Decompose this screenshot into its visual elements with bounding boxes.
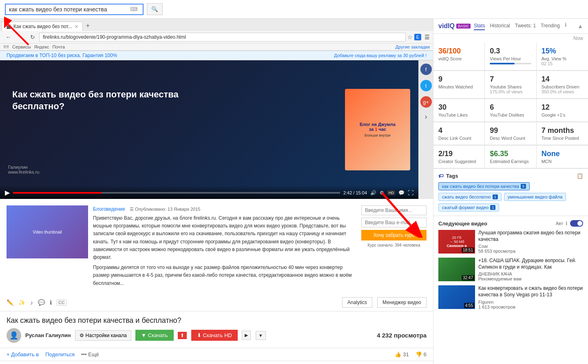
google-plus-share-button[interactable]: g+	[420, 96, 432, 108]
edit-icon[interactable]: ✏️	[7, 299, 13, 306]
autoplay-info-icon[interactable]: ℹ	[566, 221, 568, 226]
social-expand-button[interactable]: ›	[425, 113, 427, 121]
vidiq-nav-historical[interactable]: Historical	[490, 22, 510, 30]
settings-button[interactable]: ⚙	[380, 190, 384, 196]
comment-icon[interactable]: 💬	[38, 299, 45, 306]
next-video-thumb-text-1: 20 Гб→ 50 МбСжимаем в	[447, 236, 467, 248]
add-to-playlist-button[interactable]: + Добавить в	[7, 351, 39, 357]
bookmark-services[interactable]: Сервисы	[12, 44, 31, 49]
video-player[interactable]: Как сжать видео без потери качества бесп…	[0, 60, 418, 199]
hd-badge: HD	[387, 190, 395, 195]
channel-name: Руслан Галиулин	[25, 332, 71, 338]
video-info: Как сжать видео без потери качества и бе…	[0, 311, 433, 348]
search-submit-button[interactable]: 🔍	[147, 3, 163, 15]
tag-text-2: сжать видео бесплатно	[442, 194, 491, 199]
channel-avatar: 👤	[7, 328, 21, 343]
tags-copy-button[interactable]: 📋	[577, 173, 583, 179]
music-icon[interactable]: ♪	[30, 299, 33, 306]
vidiq-info-icon[interactable]: ℹ	[565, 22, 567, 30]
video-manager-button[interactable]: Менеджер видео	[377, 297, 427, 308]
thumbs-down-icon: 👎	[416, 351, 422, 357]
vidiq-nav-trending[interactable]: Trending	[541, 22, 560, 30]
next-video-channel-3: Figuren	[478, 300, 583, 304]
vidiq-nav-stats[interactable]: Stats	[474, 22, 485, 30]
address-bar[interactable]	[39, 33, 406, 42]
video-main: Как сжать видео без потери качества бесп…	[0, 60, 418, 199]
like-share-row: + Добавить в Поделиться ••• Ещё 👍 31 👎 6	[0, 348, 433, 361]
vidiq-collapse-button[interactable]: ▲	[577, 23, 583, 29]
analytics-button[interactable]: Analytics	[342, 297, 372, 308]
vidiq-nav-tweets[interactable]: Tweets: 1	[515, 22, 536, 30]
tag-item-2[interactable]: сжать видео бесплатно 1	[438, 193, 502, 201]
channel-settings-button[interactable]: ⚙ Настройки канала	[75, 330, 131, 341]
progress-bar[interactable]	[13, 192, 340, 194]
like-button[interactable]: 👍 31	[395, 351, 409, 357]
download-hd-button[interactable]: ⬇ Скачать HD	[191, 330, 238, 341]
cc-icon[interactable]: CC	[57, 299, 66, 306]
course-students: Курс скачало: 394 человека	[361, 243, 427, 247]
next-video-item-1[interactable]: 20 Гб→ 50 МбСжимаем в 18:51 Лучшая прогр…	[438, 230, 583, 254]
info-icon[interactable]: ℹ	[50, 299, 52, 306]
tag-count-1: 5	[521, 184, 526, 189]
forward-button[interactable]: →	[15, 33, 26, 41]
video-channel-btn[interactable]: ▶	[242, 331, 251, 340]
creator-suggested-value: 2/19	[438, 150, 480, 158]
bookmark-mail[interactable]: Почта	[53, 44, 65, 49]
stats-grid-2: 9 Minutes Watched 7 Youtube Shares 175.0…	[433, 71, 588, 99]
article-category[interactable]: Блоговедение	[93, 206, 125, 212]
form-email-input[interactable]	[361, 218, 427, 227]
bookmark-yandex[interactable]: Яндекс	[34, 44, 49, 49]
tab-close-button[interactable]: ✕	[75, 24, 78, 29]
stat-vidiق-score: 36/100 vidIQ Score	[433, 43, 485, 71]
vidiq-header: vidIQ BASIC Stats Historical Tweets: 1 T…	[433, 19, 588, 34]
fullscreen-button[interactable]: ⛶	[408, 190, 413, 196]
tag-item-4[interactable]: сжатый формат видео 1	[438, 203, 499, 212]
menu-btn[interactable]: ☰	[424, 34, 430, 40]
autoplay-switch[interactable]	[570, 220, 583, 227]
twitter-share-button[interactable]: t	[420, 80, 432, 91]
stat-subscribers-driven: 14 Subscribers Driven 350.0% of views	[537, 71, 588, 99]
extension-btn[interactable]: E	[414, 34, 421, 40]
minutes-watched-label: Minutes Watched	[438, 84, 480, 89]
download-icon-btn[interactable]: ⬆	[178, 332, 187, 339]
dislike-button[interactable]: 👎 6	[416, 351, 427, 357]
back-button[interactable]: ←	[3, 33, 14, 41]
channel-dropdown-btn[interactable]: ▼	[256, 331, 266, 340]
tag-item-3[interactable]: уменьшение видео файла	[504, 193, 566, 201]
new-tab-button[interactable]: +	[83, 20, 93, 31]
avg-view-sub: 02:15	[542, 61, 583, 66]
ad-link-left[interactable]: Продвигаем в ТОП-10 без риска. Гарантия …	[7, 53, 117, 58]
more-button[interactable]: ••• Ещё	[81, 351, 99, 357]
subscribers-driven-value: 14	[542, 75, 583, 84]
chat-button[interactable]: 💬	[398, 190, 405, 196]
form-name-input[interactable]	[361, 205, 427, 215]
refresh-button[interactable]: ↻	[28, 33, 38, 41]
facebook-share-button[interactable]: f	[420, 64, 432, 75]
magic-icon[interactable]: ✨	[18, 299, 25, 306]
view-count: 4 232 просмотра	[377, 332, 427, 339]
ad-banner: Продвигаем в ТОП-10 без риска. Гарантия …	[0, 51, 433, 60]
next-video-item-2[interactable]: 32:47 +18. САША ШПАК. Дурацкие вопросы. …	[438, 258, 583, 281]
tag-item-1[interactable]: как сжать видео без потери качества 5	[438, 182, 530, 190]
ad-link-right[interactable]: Добавьте сюда вашу рекламу за 30 рублей …	[334, 53, 427, 58]
stats-grid-5: 2/19 Creator Suggested $6.35 Estimated E…	[433, 146, 588, 169]
youtube-shares-label: Youtube Shares	[490, 84, 531, 89]
search-input[interactable]	[9, 6, 130, 13]
stat-google-plus: 12 Google +1's	[537, 99, 588, 122]
volume-button[interactable]: 🔊	[370, 190, 376, 196]
keyboard-icon: ⌨	[130, 6, 138, 12]
next-video-thumb-2: 32:47	[438, 258, 475, 281]
browser-chrome: 🎬 Как сжать видео без пот... ✕ + ← → ↻ ☆…	[0, 19, 433, 51]
next-video-item-3[interactable]: 4:55 Как конвертировать и сжать видео бе…	[438, 285, 583, 309]
tag-text-1: как сжать видео без потери качества	[442, 184, 519, 189]
subscribe-button[interactable]: ▼ Скачать	[135, 330, 174, 341]
form-submit-button[interactable]: Хочу забрать курс	[361, 230, 427, 240]
play-button[interactable]: ▶	[5, 189, 10, 196]
browser-tab-active[interactable]: 🎬 Как сжать видео без пот... ✕	[2, 22, 83, 31]
share-button[interactable]: Поделиться	[45, 351, 75, 357]
vidiq-logo-group: vidIQ BASIC	[438, 22, 471, 30]
other-bookmarks[interactable]: Другие закладки	[396, 44, 430, 49]
search-input-wrapper[interactable]: ⌨	[5, 4, 144, 15]
bookmark-star[interactable]: ☆	[407, 34, 413, 40]
stat-minutes-watched: 9 Minutes Watched	[433, 71, 485, 99]
